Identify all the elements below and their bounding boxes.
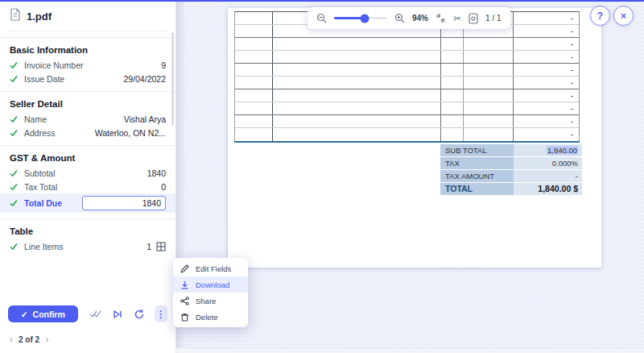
- invoice-line-row: -: [235, 38, 579, 51]
- line-cell: [272, 102, 440, 114]
- next-page-button[interactable]: ›: [45, 334, 48, 345]
- line-amount-cell: -: [513, 51, 579, 63]
- summary-value: 0.000%: [514, 157, 582, 169]
- field-value: 1840: [147, 168, 166, 178]
- line-cell: [440, 51, 463, 63]
- line-cell: [235, 51, 272, 63]
- line-cell: [235, 115, 272, 127]
- zoom-level-label: 94%: [412, 14, 428, 23]
- prev-page-button[interactable]: ‹: [10, 334, 13, 345]
- selected-value-highlight: 1,840.00: [547, 146, 578, 155]
- line-cell: [440, 128, 463, 141]
- zoom-slider[interactable]: [334, 17, 387, 19]
- line-cell: [272, 64, 440, 76]
- context-menu: Edit FieldsDownloadShareDelete: [173, 258, 248, 327]
- menu-item-label: Delete: [196, 313, 217, 322]
- line-cell: [440, 77, 463, 89]
- menu-item-edit-fields[interactable]: Edit Fields: [173, 260, 248, 276]
- confirm-label: Confirm: [33, 309, 65, 319]
- line-cell: [440, 64, 463, 76]
- refresh-icon[interactable]: [134, 309, 145, 320]
- field-input-total-due[interactable]: [82, 196, 166, 210]
- line-cell: [463, 89, 514, 102]
- skip-next-icon[interactable]: [113, 309, 122, 319]
- help-button[interactable]: ?: [590, 6, 610, 26]
- line-cell: [463, 128, 514, 141]
- summary-label: SUB TOTAL: [440, 144, 514, 156]
- fit-screen-icon[interactable]: [436, 13, 446, 23]
- invoice-line-row: -: [235, 51, 579, 64]
- summary-value: 1,840.00: [514, 144, 582, 156]
- field-label: Invoice Number: [24, 60, 84, 70]
- horizontal-scrollbar[interactable]: [176, 347, 644, 353]
- line-cell: [463, 115, 514, 127]
- field-label: Line Items: [24, 242, 63, 251]
- menu-item-delete[interactable]: Delete: [173, 309, 248, 325]
- line-cell: [272, 77, 440, 89]
- zoom-in-icon[interactable]: [394, 13, 405, 23]
- line-amount-cell: -: [513, 102, 579, 114]
- summary-label: TOTAL: [440, 183, 514, 195]
- download-icon: [180, 280, 189, 289]
- field-row-subtotal: Subtotal1840: [8, 166, 167, 180]
- top-accent-line: [0, 0, 644, 2]
- viewer-toolbar: 94% ✂ 1 / 1: [308, 7, 510, 29]
- sidebar: 1.pdf Basic InformationInvoice Number9Is…: [0, 0, 176, 353]
- line-amount-cell: -: [513, 115, 579, 127]
- field-value: 29/04/2022: [123, 74, 166, 84]
- zoom-slider-thumb[interactable]: [360, 14, 369, 23]
- line-cell: [235, 64, 272, 76]
- check-icon: [10, 183, 18, 191]
- line-cell: [272, 38, 440, 50]
- check-icon: [10, 169, 18, 177]
- line-cell: [235, 12, 272, 24]
- check-icon: [10, 75, 18, 83]
- file-header: 1.pdf: [8, 6, 167, 31]
- line-amount-cell: -: [513, 38, 579, 50]
- pdf-page: ---------- SUB TOTAL1,840.00TAX0.000%TAX…: [228, 8, 601, 268]
- menu-item-share[interactable]: Share: [173, 293, 248, 309]
- summary-value: 1,840.00 $: [514, 183, 582, 195]
- share-icon: [180, 297, 189, 305]
- close-button[interactable]: ×: [613, 6, 634, 26]
- line-cell: [235, 128, 272, 141]
- page-count-label: 1 / 1: [485, 14, 501, 23]
- menu-item-label: Share: [196, 297, 216, 305]
- line-cell: [463, 51, 514, 63]
- section-title-gst-amount: GST & Amount: [10, 153, 166, 163]
- trash-icon: [180, 313, 189, 322]
- more-options-button[interactable]: ⋮: [155, 305, 167, 322]
- summary-label: TAX AMOUNT: [440, 170, 514, 182]
- pagination: ‹ 2 of 2 ›: [8, 332, 167, 348]
- line-cell: [463, 38, 514, 50]
- sidebar-spacer: [8, 253, 167, 305]
- table-grid-icon[interactable]: [151, 242, 166, 251]
- field-row-address: AddressWaterloo, ON N2...: [8, 126, 167, 139]
- field-value: 9: [161, 60, 166, 70]
- field-row-total-due[interactable]: Total Due: [0, 193, 175, 213]
- field-label: Tax Total: [24, 182, 57, 192]
- field-label: Issue Date: [24, 74, 64, 84]
- menu-item-download[interactable]: Download: [173, 276, 248, 293]
- confirm-button[interactable]: ✓ Confirm: [8, 305, 78, 322]
- line-amount-cell: -: [513, 77, 579, 89]
- split-page-icon[interactable]: ✂: [453, 13, 461, 24]
- field-row-issue-date: Issue Date29/04/2022: [8, 72, 167, 85]
- line-cell: [440, 102, 463, 114]
- sidebar-scrollbar[interactable]: [171, 32, 174, 125]
- zoom-out-icon[interactable]: [316, 13, 327, 23]
- line-amount-cell: -: [513, 128, 579, 141]
- rotate-page-icon[interactable]: [469, 13, 478, 24]
- summary-value: -: [514, 170, 582, 182]
- line-cell: [440, 38, 463, 50]
- line-cell: [235, 25, 272, 37]
- invoice-line-row: -: [235, 64, 579, 77]
- line-cell: [235, 38, 272, 50]
- check-icon: [10, 129, 18, 137]
- invoice-line-row: -: [235, 128, 579, 141]
- summary-row-total: TOTAL1,840.00 $: [440, 183, 582, 195]
- confirm-all-icon[interactable]: [89, 309, 101, 318]
- file-title: 1.pdf: [27, 10, 52, 23]
- invoice-line-row: -: [235, 115, 579, 128]
- section-divider: [0, 218, 175, 219]
